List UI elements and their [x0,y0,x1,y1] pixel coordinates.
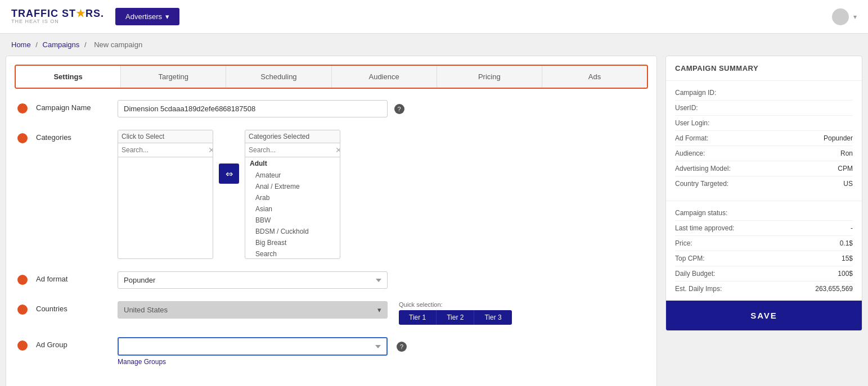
countries-label: Countries [36,301,109,313]
ad-group-content: ? Manage Groups [118,337,645,366]
advertisers-label: Advertisers [125,12,162,21]
summary-table-bottom: Campaign status: Last time approved: - P… [666,201,862,301]
ad-group-label: Ad Group [36,337,109,349]
tab-scheduling[interactable]: Scheduling [226,66,331,88]
summary-row-audience: Audience: Ron [675,146,853,161]
summary-val-daily-budget: 100$ [838,270,853,278]
summary-row-userid: UserID: [675,101,853,116]
tab-bar: Settings Targeting Scheduling Audience P… [15,65,648,89]
form-area: Campaign Name ? Categories Click to Sele… [6,89,656,386]
campaign-name-row: Campaign Name ? [17,100,645,117]
categories-label: Categories [36,130,109,142]
countries-button[interactable]: United States ▾ [118,301,388,319]
ad-format-row: Ad format Popunder Banner Native Push [17,271,645,289]
summary-row-country: Country Targeted: US [675,176,853,191]
list-item[interactable]: Arab [245,192,340,203]
logo: TRAFFIC ST★RS. THE HEAT IS ON [11,8,104,25]
tier-buttons: Tier 1 Tier 2 Tier 3 [399,310,512,325]
summary-row-user-login: User Login: [675,116,853,131]
list-item[interactable]: Search [245,248,340,258]
summary-val-ad-format: Popunder [824,134,853,142]
header: TRAFFIC ST★RS. THE HEAT IS ON Advertiser… [0,0,868,34]
ad-format-indicator [17,275,28,285]
summary-key-last-approved: Last time approved: [675,224,734,232]
countries-row: Countries United States ▾ Quick selectio… [17,301,645,325]
campaign-name-help-icon[interactable]: ? [394,104,404,114]
breadcrumb-sep2: / [84,40,88,49]
content-area: Settings Targeting Scheduling Audience P… [6,56,657,386]
summary-row-status: Campaign status: [675,206,853,221]
summary-row-price: Price: 0.1$ [675,236,853,251]
tab-settings[interactable]: Settings [16,66,121,88]
ad-format-select[interactable]: Popunder Banner Native Push [118,271,388,289]
breadcrumb-home[interactable]: Home [11,40,31,49]
summary-spacer [666,196,862,201]
categories-content: Click to Select ✕ ⇔ Categories Selected [118,130,645,259]
ad-format-content: Popunder Banner Native Push [118,271,645,289]
countries-value: United States [124,306,168,314]
cat-list-left[interactable] [118,157,213,258]
summary-key-user-login: User Login: [675,119,709,127]
summary-key-adv-model: Advertising Model: [675,165,731,172]
save-button[interactable]: SAVE [666,301,862,330]
cat-panel-left-title: Click to Select [118,130,213,143]
summary-key-price: Price: [675,239,692,247]
summary-table-top: Campaign ID: UserID: User Login: Ad Form… [666,81,862,196]
tier3-button[interactable]: Tier 3 [474,310,511,325]
breadcrumb-sep1: / [35,40,39,49]
chevron-down-icon: ▾ [165,12,169,21]
list-item[interactable]: Big Breast [245,237,340,248]
summary-key-country: Country Targeted: [675,180,728,188]
countries-content: United States ▾ Quick selection: Tier 1 … [118,301,645,325]
ad-group-help-icon[interactable]: ? [397,342,407,352]
ad-group-select[interactable] [118,337,388,356]
avatar [832,8,849,25]
tier1-button[interactable]: Tier 1 [399,310,437,325]
user-area: ▾ [832,8,857,25]
summary-row-last-approved: Last time approved: - [675,221,853,236]
ad-group-indicator [17,340,28,351]
list-item[interactable]: BBW [245,215,340,226]
advertisers-button[interactable]: Advertisers ▾ [115,8,179,25]
summary-key-audience: Audience: [675,149,705,157]
list-item[interactable]: Adult [245,157,340,170]
ad-format-label: Ad format [36,271,109,283]
list-item[interactable]: Amateur [245,170,340,181]
campaign-name-input[interactable] [118,100,388,117]
tab-pricing[interactable]: Pricing [437,66,542,88]
user-label: ▾ [853,13,857,21]
summary-key-status: Campaign status: [675,209,727,217]
cat-panel-right-title: Categories Selected [245,130,340,143]
summary-row-adv-model: Advertising Model: CPM [675,161,853,176]
quick-selection-label: Quick selection: [399,301,512,308]
tab-ads[interactable]: Ads [542,66,647,88]
list-item[interactable]: Anal / Extreme [245,181,340,192]
cat-search-left: ✕ [118,143,213,157]
summary-title: CAMPAIGN SUMMARY [666,56,862,81]
breadcrumb-campaigns[interactable]: Campaigns [43,40,80,49]
cat-search-right-input[interactable] [249,146,333,154]
transfer-button[interactable]: ⇔ [219,164,239,184]
summary-key-est-imps: Est. Daily Imps: [675,285,722,293]
cat-list-right[interactable]: AdultAmateurAnal / ExtremeArabAsianBBWBD… [245,157,340,258]
logo-text: TRAFFIC ST★RS. [11,8,104,20]
campaign-summary: CAMPAIGN SUMMARY Campaign ID: UserID: Us… [665,56,862,331]
tier2-button[interactable]: Tier 2 [437,310,474,325]
summary-val-top-cpm: 15$ [842,255,853,262]
sidebar: CAMPAIGN SUMMARY Campaign ID: UserID: Us… [665,56,862,386]
summary-row-campaign-id: Campaign ID: [675,85,853,101]
tab-audience[interactable]: Audience [332,66,437,88]
ad-group-row: Ad Group ? Manage Groups [17,337,645,366]
list-item[interactable]: BDSM / Cuckhold [245,226,340,237]
manage-groups-link[interactable]: Manage Groups [118,358,645,366]
cat-search-right: ✕ [245,143,340,157]
summary-key-userid: UserID: [675,104,698,112]
summary-val-price: 0.1$ [840,239,853,247]
cat-search-right-clear[interactable]: ✕ [335,146,340,155]
tab-targeting[interactable]: Targeting [121,66,226,88]
cat-search-left-input[interactable] [122,146,206,154]
cat-search-left-clear[interactable]: ✕ [208,146,213,155]
summary-row-ad-format: Ad Format: Popunder [675,131,853,146]
campaign-name-label: Campaign Name [36,100,109,112]
list-item[interactable]: Asian [245,203,340,215]
